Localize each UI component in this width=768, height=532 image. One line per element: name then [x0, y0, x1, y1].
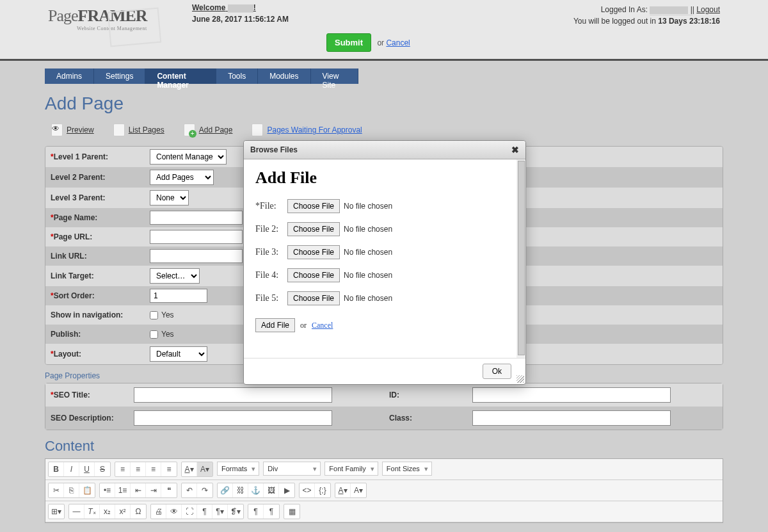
resize-grip[interactable] [516, 375, 524, 383]
modal-heading: Add File [255, 168, 505, 188]
modal-overlay: Browse Files ✖ Add File *File: Choose Fi… [0, 0, 768, 532]
modal-titlebar[interactable]: Browse Files ✖ [244, 141, 525, 159]
ok-button[interactable]: Ok [483, 364, 511, 379]
choose-file-5[interactable]: Choose File [287, 291, 340, 305]
file-status-4: No file chosen [344, 271, 392, 280]
browse-files-modal: Browse Files ✖ Add File *File: Choose Fi… [243, 140, 526, 385]
close-icon[interactable]: ✖ [511, 145, 519, 155]
choose-file-1[interactable]: Choose File [287, 199, 340, 213]
add-file-button[interactable]: Add File [255, 318, 295, 332]
choose-file-3[interactable]: Choose File [287, 245, 340, 259]
file-status-2: No file chosen [344, 225, 392, 234]
choose-file-2[interactable]: Choose File [287, 222, 340, 236]
modal-cancel-link[interactable]: Cancel [312, 321, 333, 330]
file-status-3: No file chosen [344, 248, 392, 257]
scrollbar[interactable] [518, 161, 525, 355]
choose-file-4[interactable]: Choose File [287, 268, 340, 282]
file-status-1: No file chosen [344, 202, 392, 211]
file-status-5: No file chosen [344, 294, 392, 303]
